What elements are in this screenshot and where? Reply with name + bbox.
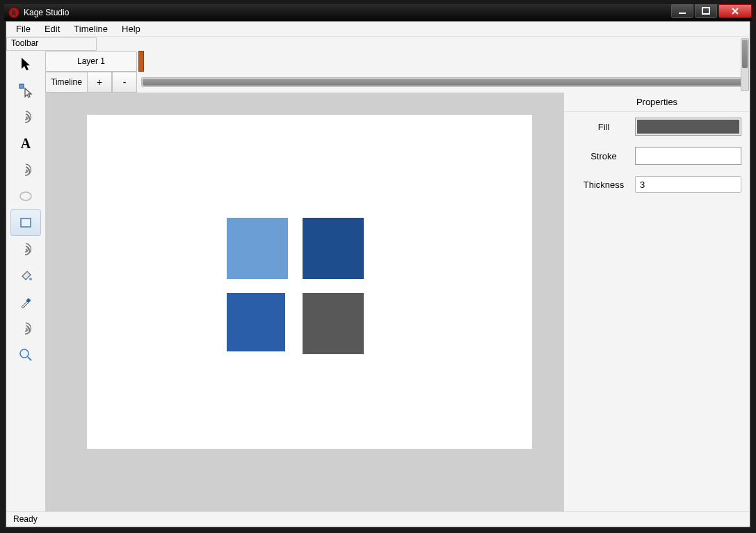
svg-rect-1 [702,8,709,14]
svg-point-4 [20,192,31,200]
toolbox: A [6,51,45,368]
menu-edit[interactable]: Edit [38,22,67,35]
canvas-shape[interactable] [303,218,364,279]
tool-spiral-1[interactable] [10,104,41,130]
tool-fill[interactable] [10,262,41,289]
spiral-icon [18,321,33,336]
fill-swatch[interactable] [635,118,741,136]
tool-rectangle[interactable] [10,209,41,236]
svg-rect-5 [21,218,31,227]
maximize-button[interactable] [695,4,717,18]
eyedropper-icon [18,294,33,310]
bucket-icon [18,268,33,283]
statusbar: Ready [6,511,750,527]
timeline-vertical-scrollbar[interactable] [741,38,749,91]
svg-rect-7 [26,298,31,303]
tool-node[interactable] [10,77,41,104]
menu-help[interactable]: Help [115,22,147,35]
tool-text[interactable]: A [10,130,41,157]
fill-label: Fill [572,122,635,132]
tool-eyedropper[interactable] [10,289,41,315]
timeline-scrollbar[interactable] [137,72,750,93]
timeline-add-button[interactable]: + [87,72,112,93]
menu-timeline[interactable]: Timeline [67,22,115,35]
canvas-paper[interactable] [87,115,532,449]
cursor-icon [19,56,33,72]
svg-point-6 [29,278,32,280]
timeline-remove-button[interactable]: - [112,72,137,93]
timeline-label: Timeline [45,72,87,93]
tool-spiral-2[interactable] [10,157,41,183]
spiral-icon [18,241,33,257]
tool-spiral-4[interactable] [10,315,41,342]
canvas-shape[interactable] [227,293,285,351]
toolbar-header[interactable]: Toolbar [6,37,97,51]
svg-rect-0 [679,13,686,14]
timeline-row: Timeline + - [45,72,750,93]
menubar: File Edit Timeline Help [6,22,750,37]
window-title: Kage Studio [24,8,69,17]
magnifier-icon [18,347,33,363]
thickness-input[interactable] [635,176,741,193]
node-icon [18,83,33,98]
stroke-label: Stroke [572,151,635,161]
tool-select[interactable] [10,51,41,77]
properties-panel: Properties Fill Stroke Thickness [563,93,750,511]
svg-text:A: A [21,136,31,151]
spiral-icon [18,109,33,125]
tool-ellipse[interactable] [10,183,41,209]
canvas-shape[interactable] [303,293,364,354]
minimize-button[interactable] [671,4,693,18]
spiral-icon [18,162,33,177]
app-icon: k [8,7,19,18]
ellipse-icon [18,189,33,204]
layer-row: Layer 1 [45,51,750,72]
text-icon: A [18,136,33,151]
stroke-swatch[interactable] [635,147,741,165]
tool-spiral-3[interactable] [10,236,41,262]
menu-file[interactable]: File [9,22,38,35]
rectangle-icon [18,215,33,230]
frame-indicator[interactable] [138,51,144,72]
close-button[interactable] [718,4,752,18]
svg-point-8 [20,349,29,358]
properties-title: Properties [564,93,750,112]
titlebar[interactable]: k Kage Studio [4,4,752,21]
layer-tab-1[interactable]: Layer 1 [45,51,137,72]
svg-rect-2 [19,84,24,88]
status-text: Ready [13,514,38,524]
canvas-area[interactable] [45,93,563,511]
thickness-label: Thickness [572,180,635,190]
tool-zoom[interactable] [10,342,41,368]
canvas-shape[interactable] [227,218,288,279]
